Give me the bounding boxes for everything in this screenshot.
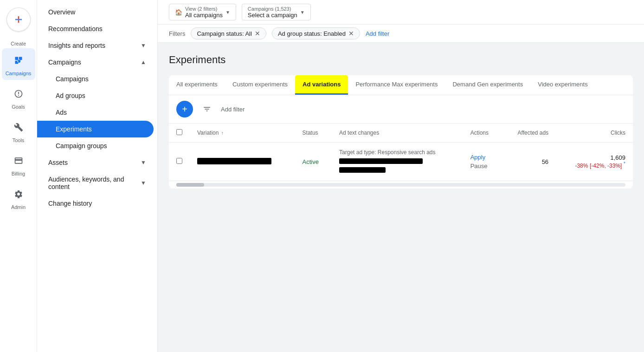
ad-text-type-label: Target ad type: Responsive search ads bbox=[339, 149, 456, 156]
icon-bar: Create Campaigns Goals Tools bbox=[0, 0, 37, 352]
tab-video-experiments[interactable]: Video experiments bbox=[530, 75, 595, 95]
tab-custom-experiments[interactable]: Custom experiments bbox=[225, 75, 295, 95]
assets-chevron-icon: ▼ bbox=[141, 159, 146, 166]
admin-nav-label: Admin bbox=[11, 204, 26, 210]
home-icon: 🏠 bbox=[175, 9, 182, 16]
status-col-header: Status bbox=[295, 124, 332, 143]
clicks-value: 1,609 bbox=[563, 154, 625, 161]
clicks-pct-value: -38% bbox=[575, 163, 588, 169]
view-filter-button[interactable]: 🏠 View (2 filters) All campaigns ▼ bbox=[169, 4, 236, 20]
sidebar-ads-label: Ads bbox=[56, 109, 67, 116]
ad-group-status-chip[interactable]: Ad group status: Enabled ✕ bbox=[272, 27, 360, 39]
ad-group-status-chip-label: Ad group status: Enabled bbox=[278, 30, 346, 37]
select-all-checkbox[interactable] bbox=[176, 129, 182, 135]
create-button[interactable] bbox=[6, 7, 31, 32]
sidebar-change-history-label: Change history bbox=[48, 200, 92, 207]
sidebar-item-campaign-groups[interactable]: Campaign groups bbox=[37, 137, 154, 154]
add-filter-link[interactable]: Add filter bbox=[366, 30, 389, 37]
tab-all-experiments[interactable]: All experiments bbox=[169, 75, 225, 95]
variation-sort-icon[interactable]: ↑ bbox=[221, 130, 224, 136]
ad-text-redacted-1 bbox=[339, 158, 423, 164]
table-row: Active Target ad type: Responsive search… bbox=[169, 143, 633, 181]
sidebar-campaign-groups-label: Campaign groups bbox=[56, 142, 107, 150]
sidebar-campaigns-section-label: Campaigns bbox=[48, 59, 81, 66]
experiments-table: Variation ↑ Status Ad text changes Actio… bbox=[169, 124, 633, 181]
goals-nav-label: Goals bbox=[12, 104, 25, 110]
tab-performance-max[interactable]: Performance Max experiments bbox=[348, 75, 445, 95]
sidebar-item-overview[interactable]: Overview bbox=[37, 4, 154, 20]
sidebar-assets-header[interactable]: Assets ▼ bbox=[37, 154, 157, 171]
sidebar-campaigns-header[interactable]: Campaigns ▲ bbox=[37, 54, 157, 71]
nav-tools[interactable]: Tools bbox=[2, 115, 35, 147]
add-experiment-button[interactable]: + bbox=[176, 101, 193, 117]
scrollbar-thumb[interactable] bbox=[176, 183, 204, 187]
create-label: Create bbox=[11, 41, 26, 46]
billing-nav-label: Billing bbox=[12, 171, 25, 176]
campaigns-icon bbox=[10, 52, 27, 69]
select-all-header bbox=[169, 124, 190, 143]
page-title: Experiments bbox=[169, 54, 633, 66]
tab-demand-gen[interactable]: Demand Gen experiments bbox=[445, 75, 530, 95]
sidebar-audiences-header[interactable]: Audiences, keywords, and content ▼ bbox=[37, 171, 157, 195]
sidebar-overview-label: Overview bbox=[48, 8, 75, 16]
view-filter-chevron-icon: ▼ bbox=[225, 10, 230, 15]
tab-ad-variations[interactable]: Ad variations bbox=[295, 75, 348, 95]
row-checkbox-cell bbox=[169, 143, 190, 181]
campaigns-chevron-icon: ▲ bbox=[141, 59, 146, 65]
sidebar-item-experiments[interactable]: Experiments bbox=[37, 121, 154, 137]
campaign-count-label: Campaigns (1,523) bbox=[248, 6, 297, 12]
actions-cell: Apply Pause bbox=[463, 143, 502, 181]
main-content: 🏠 View (2 filters) All campaigns ▼ Campa… bbox=[158, 0, 644, 352]
tools-icon bbox=[10, 119, 27, 136]
table-toolbar: + Add filter bbox=[169, 95, 633, 124]
nav-campaigns[interactable]: Campaigns bbox=[2, 48, 35, 80]
campaign-select-chevron-icon: ▼ bbox=[300, 10, 305, 15]
variation-cell bbox=[190, 143, 295, 181]
content-area: Experiments All experiments Custom exper… bbox=[158, 43, 644, 352]
ad-group-status-close-icon[interactable]: ✕ bbox=[348, 30, 354, 37]
horizontal-scrollbar[interactable] bbox=[176, 183, 625, 187]
status-badge: Active bbox=[303, 158, 319, 165]
sidebar-item-ad-groups[interactable]: Ad groups bbox=[37, 87, 154, 104]
toolbar-add-filter[interactable]: Add filter bbox=[221, 106, 245, 113]
ad-text-col-header: Ad text changes bbox=[332, 124, 463, 143]
sidebar-item-change-history[interactable]: Change history bbox=[37, 195, 154, 212]
campaigns-nav-label: Campaigns bbox=[6, 71, 32, 76]
campaign-status-close-icon[interactable]: ✕ bbox=[255, 30, 260, 37]
row-checkbox[interactable] bbox=[176, 158, 182, 164]
billing-icon bbox=[10, 152, 27, 169]
experiments-tabs: All experiments Custom experiments Ad va… bbox=[169, 75, 633, 95]
filter-chips-bar: Filters Campaign status: All ✕ Ad group … bbox=[158, 25, 644, 43]
ad-text-redacted-2 bbox=[339, 167, 386, 173]
insights-chevron-icon: ▼ bbox=[141, 42, 146, 49]
pause-action-button[interactable]: Pause bbox=[470, 163, 488, 169]
clicks-range-value: [-42%, -33%] bbox=[590, 163, 622, 169]
nav-admin[interactable]: Admin bbox=[2, 182, 35, 214]
admin-icon bbox=[10, 186, 27, 202]
affected-ads-cell: 56 bbox=[502, 143, 556, 181]
sidebar-item-recommendations[interactable]: Recommendations bbox=[37, 20, 154, 37]
sidebar-item-ads[interactable]: Ads bbox=[37, 104, 154, 121]
clicks-star-icon: * bbox=[624, 161, 625, 166]
campaign-select-button[interactable]: Campaigns (1,523) Select a campaign ▼ bbox=[242, 4, 311, 20]
filter-icon-button[interactable] bbox=[199, 101, 215, 117]
campaign-status-chip[interactable]: Campaign status: All ✕ bbox=[191, 27, 266, 39]
view-filter-label: View (2 filters) bbox=[185, 6, 223, 12]
sidebar-item-campaigns-sub[interactable]: Campaigns bbox=[37, 71, 154, 87]
clicks-col-header: Clicks bbox=[556, 124, 633, 143]
sidebar-insights-header[interactable]: Insights and reports ▼ bbox=[37, 37, 157, 54]
filters-label: Filters bbox=[169, 30, 185, 37]
sidebar-adgroups-label: Ad groups bbox=[56, 92, 85, 99]
sidebar-campaigns-sub-label: Campaigns bbox=[56, 75, 89, 83]
sidebar-audiences-label: Audiences, keywords, and content bbox=[48, 176, 141, 190]
view-filter-value: All campaigns bbox=[185, 12, 223, 19]
apply-action-button[interactable]: Apply bbox=[470, 154, 495, 161]
top-bar: 🏠 View (2 filters) All campaigns ▼ Campa… bbox=[158, 0, 644, 25]
goals-icon bbox=[10, 85, 27, 102]
nav-goals[interactable]: Goals bbox=[2, 82, 35, 113]
nav-billing[interactable]: Billing bbox=[2, 149, 35, 180]
ad-text-cell: Target ad type: Responsive search ads bbox=[332, 143, 463, 181]
sidebar-assets-label: Assets bbox=[48, 159, 68, 166]
experiments-table-container: + Add filter Variation bbox=[169, 95, 633, 189]
clicks-cell: 1,609 -38% [-42%, -33%] * bbox=[556, 143, 633, 181]
